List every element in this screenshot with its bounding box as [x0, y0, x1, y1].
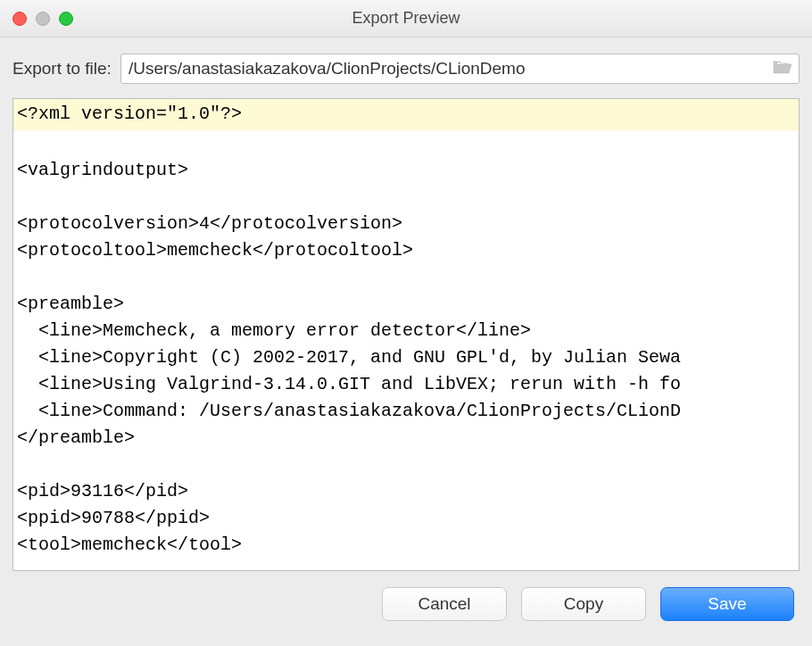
export-file-label: Export to file: — [12, 59, 112, 79]
traffic-lights — [0, 12, 73, 26]
window-title: Export Preview — [0, 9, 812, 28]
cancel-button[interactable]: Cancel — [382, 587, 507, 621]
minimize-window-button[interactable] — [36, 12, 50, 26]
export-file-input[interactable] — [120, 54, 800, 84]
preview-textarea[interactable]: <?xml version="1.0"?> <valgrindoutput> <… — [12, 98, 800, 571]
close-window-button[interactable] — [12, 12, 27, 26]
export-file-row: Export to file: — [0, 37, 812, 95]
maximize-window-button[interactable] — [59, 12, 73, 26]
titlebar: Export Preview — [0, 0, 812, 37]
preview-body: <valgrindoutput> <protocolversion>4</pro… — [13, 130, 799, 564]
button-row: Cancel Copy Save — [0, 571, 812, 621]
export-file-input-wrap — [120, 54, 800, 84]
preview-first-line: <?xml version="1.0"?> — [13, 99, 799, 130]
copy-button[interactable]: Copy — [521, 587, 646, 621]
save-button[interactable]: Save — [660, 587, 794, 621]
